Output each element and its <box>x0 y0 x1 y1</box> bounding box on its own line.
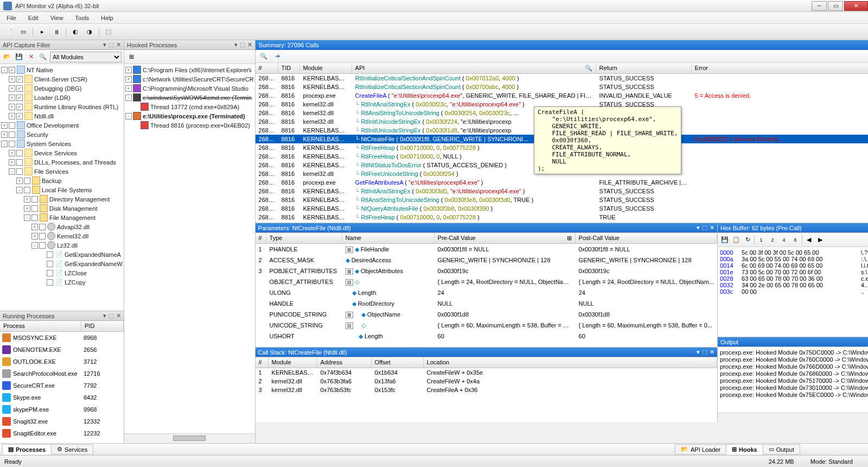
toolbar-button-3[interactable]: ▸ <box>37 27 47 37</box>
close-icon[interactable]: ✕ <box>710 349 714 356</box>
params-grid[interactable]: 1PHANDLE⊞◆ FileHandle0x0030f1f8 = NULL0x… <box>256 244 717 342</box>
param-row[interactable]: PUNICODE_STRING⊞ ◆ ObjectName0x0030f1d80… <box>256 309 717 320</box>
stack-row[interactable]: 3kernel32.dll0x763b53fc0x153fcCreateFile… <box>256 386 717 394</box>
tree-item[interactable]: +Advapi32.dll <box>1 222 123 231</box>
stack-row[interactable]: 2kernel32.dll0x763b3fa60x13fa6CreateFile… <box>256 377 717 386</box>
hex-view[interactable]: 00005c 00 3f 00 3f 00 5c 00 65 00\.?.?.\… <box>718 247 868 337</box>
close-icon[interactable]: ✕ <box>116 312 121 319</box>
lookup-icon[interactable]: ⊞ <box>567 235 572 242</box>
process-row[interactable]: SecureCRT.exe7792 <box>0 380 124 392</box>
running-columns[interactable]: Process PID <box>0 321 124 332</box>
close-icon[interactable]: ✕ <box>116 41 121 48</box>
param-row[interactable]: 3POBJECT_ATTRIBUTES⊞◆ ObjectAttributes0x… <box>256 266 717 276</box>
tree-item[interactable]: +Device Services <box>1 148 123 157</box>
menu-edit[interactable]: Edit <box>26 14 41 22</box>
process-row[interactable]: skypePM.exe9968 <box>0 403 124 415</box>
process-row[interactable]: SnagitEditor.exe12232 <box>0 427 124 439</box>
process-row[interactable]: SearchProtocolHost.exe12716 <box>0 368 124 380</box>
tree-item[interactable]: -Lz32.dll <box>1 241 123 250</box>
pin-icon[interactable]: ▾ <box>103 41 106 48</box>
call-row[interactable]: 268338816procexp.exeCreateFileA ( "e:\Ut… <box>256 91 868 100</box>
tree-item[interactable]: -Local File Systems <box>1 185 123 194</box>
tree-item[interactable]: -File Management <box>1 213 123 222</box>
tree-item[interactable]: +Directory Management <box>1 194 123 204</box>
tree-item[interactable]: +Backup <box>1 176 123 185</box>
call-row[interactable]: 268468816KERNELBASE.dll └ NtQueryAttribu… <box>256 204 868 213</box>
tab-hooks[interactable]: ⊞Hooks <box>726 444 763 455</box>
maximize-button[interactable]: ▭ <box>828 1 843 11</box>
module-select[interactable]: All Modules <box>50 52 122 62</box>
tree-item[interactable]: +✓Ntdll.dll <box>1 111 123 121</box>
tree-item[interactable]: +Disk Management <box>1 204 123 213</box>
call-row[interactable]: 268478816KERNELBASE.dll └ RtlFreeHeap ( … <box>256 213 868 222</box>
summary-columns[interactable]: # TID Module API🔍 Return Error <box>256 63 868 74</box>
hooked-item[interactable]: +c:\Network Utilities\SecureCRT\SecureCR <box>125 74 254 84</box>
tree-item[interactable]: -File Services <box>1 167 123 176</box>
tree-item[interactable]: +✓Runtime Library Routines (RTL) <box>1 102 123 111</box>
process-row[interactable]: MSOSYNC.EXE8968 <box>0 332 124 344</box>
goto-icon[interactable]: ➔ <box>273 52 283 61</box>
tab-services[interactable]: ⚙Services <box>51 444 93 455</box>
hex-width-4[interactable]: 4 <box>779 235 789 245</box>
toolbar-button-5[interactable]: ◐ <box>71 27 80 37</box>
toolbar-button-4[interactable]: ⏸ <box>52 27 61 37</box>
param-row[interactable]: OBJECT_ATTRIBUTES⊟◇ { Length = 24, RootD… <box>256 276 717 287</box>
menu-tools[interactable]: Tools <box>73 14 91 22</box>
hooked-item[interactable]: -c:\windows\SysWOW64\cmd.exe (Termin <box>125 93 254 102</box>
process-row[interactable]: Skype.exe8432 <box>0 392 124 403</box>
minimize-button[interactable]: ─ <box>812 1 827 11</box>
scrollbar[interactable] <box>718 413 868 422</box>
close-button[interactable]: ✕ <box>844 1 868 11</box>
delete-icon[interactable]: ✕ <box>26 52 36 62</box>
tree-item[interactable]: 📄LZCopy <box>1 277 123 287</box>
process-row[interactable]: ONENOTEM.EXE2656 <box>0 344 124 356</box>
param-row[interactable]: USHORT ◆ Length6060 <box>256 331 717 342</box>
tree-item[interactable]: +DLLs, Processes, and Threads <box>1 157 123 167</box>
hooked-item[interactable]: +C:\Program Files (x86)\Internet Explore… <box>125 65 254 74</box>
hex-save-icon[interactable]: 💾 <box>720 235 730 245</box>
hex-prev-icon[interactable]: ◀ <box>804 235 814 245</box>
open-icon[interactable]: 📂 <box>2 52 12 62</box>
hooked-item[interactable]: -e:\Utilities\procexp.exe (Terminated) <box>125 111 254 121</box>
param-row[interactable]: UNICODE_STRING⊟ ◇ { Length = 60, Maximum… <box>256 320 717 331</box>
tree-item[interactable]: -System Services <box>1 139 123 148</box>
tree-item[interactable]: +Office Development <box>1 121 123 130</box>
process-row[interactable]: Snagit32.exe12332 <box>0 415 124 427</box>
call-row[interactable]: 268438816procexp.exeGetFileAttributesA (… <box>256 178 868 187</box>
hooked-tool-icon[interactable]: ⊞ <box>126 52 136 62</box>
api-tree[interactable]: -✓NT Native+✓Client-Server (CSR)+✓Debugg… <box>0 64 124 311</box>
hex-width-2[interactable]: 2 <box>768 235 777 245</box>
callstack-columns[interactable]: # Module Address Offset Location <box>256 357 717 368</box>
param-row[interactable]: ULONG ◆ Length2424 <box>256 287 717 298</box>
tree-item[interactable]: 📄LZClose <box>1 268 123 277</box>
hooked-item[interactable]: +C:\Programming\Microsoft Visual Studio <box>125 84 254 93</box>
hex-width-1[interactable]: 1 <box>756 235 766 245</box>
search-icon[interactable]: 🔍 <box>585 65 592 72</box>
hex-refresh-icon[interactable]: ↻ <box>743 235 752 245</box>
tree-item[interactable]: +Kernel32.dll <box>1 231 123 241</box>
tree-item[interactable]: +✓Loader (LDR) <box>1 93 123 102</box>
tree-item[interactable]: 📄GetExpandedNameA <box>1 250 123 259</box>
find-icon[interactable]: 🔍 <box>38 52 48 62</box>
hooked-tree[interactable]: +C:\Program Files (x86)\Internet Explore… <box>124 64 255 433</box>
menu-file[interactable]: File <box>4 14 18 22</box>
callstack-grid[interactable]: 1KERNELBASE.dll0x74f3b6340x1b634CreateFi… <box>256 368 717 394</box>
pin2-icon[interactable]: ⬚ <box>108 41 114 48</box>
output-view[interactable]: procexp.exe: Hooked Module 0x75DC0000 ->… <box>718 347 868 413</box>
menu-help[interactable]: Help <box>99 14 116 22</box>
call-row[interactable]: 268328816KERNELBASE.dllRtlInitializeCrit… <box>256 83 868 91</box>
call-row[interactable]: 268448816KERNELBASE.dll └ RtlInitAnsiStr… <box>256 187 868 195</box>
param-row[interactable]: 2ACCESS_MASK◆ DesiredAccessGENERIC_WRITE… <box>256 255 717 266</box>
params-columns[interactable]: # Type Name Pre-Call Value⊞ Post-Call Va… <box>256 233 717 244</box>
tree-item[interactable]: +Security <box>1 130 123 139</box>
hooked-item[interactable]: Thread 13772 (cmd.exe+0x829A) <box>125 102 254 111</box>
tree-item[interactable]: -✓NT Native <box>1 65 123 74</box>
stack-row[interactable]: 1KERNELBASE.dll0x74f3b6340x1b634CreateFi… <box>256 368 717 377</box>
close-icon[interactable]: ✕ <box>710 224 714 231</box>
tab-output[interactable]: ▭Output <box>763 444 800 455</box>
find-icon[interactable]: 🔍 <box>259 52 269 61</box>
tree-item[interactable]: +✓Client-Server (CSR) <box>1 74 123 84</box>
call-row[interactable]: 268458816KERNELBASE.dll └ RtlAnsiStringT… <box>256 195 868 204</box>
hooked-item[interactable]: Thread 8816 (procexp.exe+0x4EB02) <box>125 121 254 130</box>
pin-icon[interactable]: ▾ <box>103 312 106 319</box>
